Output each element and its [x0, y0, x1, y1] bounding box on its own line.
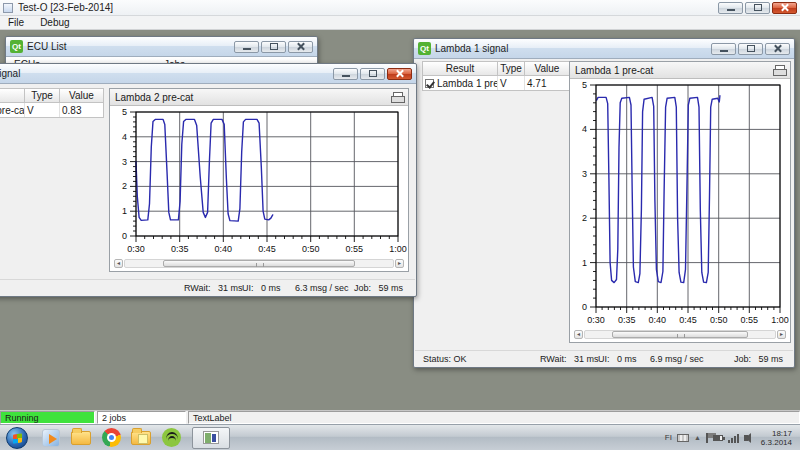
scroll-left-icon[interactable]: ◂ — [114, 259, 123, 268]
language-indicator[interactable]: FI — [665, 433, 672, 442]
lambda1-chart-scrollbar[interactable]: ◂ ▸ — [574, 329, 786, 340]
lambda1-minimize-button[interactable] — [711, 43, 736, 55]
lambda2-chart-panel: Lambda 2 pre-cat 0:300:350:400:450:500:5… — [109, 88, 409, 272]
svg-text:0:40: 0:40 — [649, 315, 667, 325]
status-job: Job: 59 ms — [734, 354, 783, 364]
column-result[interactable]: Result — [0, 89, 25, 102]
status-rwait: RWait: 31 ms — [540, 354, 599, 364]
svg-text:4: 4 — [122, 132, 127, 142]
folder-notes-icon[interactable] — [126, 426, 156, 450]
battery-icon[interactable] — [713, 435, 723, 441]
svg-text:0:55: 0:55 — [741, 315, 759, 325]
svg-text:0:35: 0:35 — [171, 244, 189, 254]
status-textlabel: TextLabel — [188, 411, 800, 424]
column-result[interactable]: Result — [423, 62, 498, 75]
svg-text:1:00: 1:00 — [771, 315, 789, 325]
scroll-right-icon[interactable]: ▸ — [777, 330, 786, 339]
ecu-list-titlebar[interactable]: Qt ECU List — [6, 37, 317, 57]
lambda1-chart-title: Lambda 1 pre-cat — [575, 65, 653, 76]
printer-icon[interactable] — [773, 65, 785, 75]
svg-text:2: 2 — [582, 213, 587, 223]
result-cell: Lambda 2 pre-cat — [0, 103, 25, 117]
svg-text:2: 2 — [122, 181, 127, 191]
network-signal-icon[interactable] — [728, 433, 739, 443]
main-restore-button[interactable] — [745, 2, 770, 14]
lambda2-chart-header: Lambda 2 pre-cat — [110, 89, 408, 106]
column-value[interactable]: Value — [525, 62, 569, 75]
show-hidden-icons-icon[interactable]: ▲ — [694, 434, 701, 441]
main-window-titlebar: Test-O [23-Feb-2014] — [0, 0, 800, 16]
table-row[interactable]: Lambda 1 pre-cat V 4.71 — [422, 76, 570, 91]
tray-time: 18:17 — [761, 429, 792, 438]
main-minimize-button[interactable] — [718, 2, 743, 14]
lambda1-maximize-button[interactable] — [738, 43, 763, 55]
svg-text:1: 1 — [582, 258, 587, 268]
column-value[interactable]: Value — [60, 89, 103, 102]
svg-text:3: 3 — [122, 157, 127, 167]
ecu-minimize-button[interactable] — [234, 41, 259, 53]
status-rate: 6.9 msg / sec — [650, 354, 704, 364]
lambda1-close-button[interactable] — [765, 43, 790, 55]
svg-text:0:35: 0:35 — [618, 315, 636, 325]
column-type[interactable]: Type — [25, 89, 60, 102]
status-ui: UI: 0 ms — [598, 354, 637, 364]
lambda2-signal-window: Qt Lambda 2 signal Result Type Value Lam… — [0, 63, 417, 297]
lambda2-maximize-button[interactable] — [360, 68, 385, 80]
status-rwait: RWait: 31 ms — [184, 283, 243, 293]
printer-icon[interactable] — [391, 92, 403, 102]
svg-text:0: 0 — [582, 302, 587, 312]
scroll-thumb[interactable] — [612, 331, 749, 338]
table-header: Result Type Value — [0, 88, 104, 103]
media-player-icon[interactable] — [36, 426, 66, 450]
svg-text:0:55: 0:55 — [346, 244, 364, 254]
lambda2-minimize-button[interactable] — [333, 68, 358, 80]
app-icon — [3, 3, 13, 13]
value-cell: 4.71 — [525, 76, 569, 90]
keyboard-icon[interactable] — [677, 434, 689, 442]
lambda1-titlebar[interactable]: Qt Lambda 1 signal — [414, 39, 794, 59]
menu-file[interactable]: File — [8, 17, 24, 28]
svg-text:0:45: 0:45 — [679, 315, 697, 325]
svg-text:0:30: 0:30 — [127, 244, 145, 254]
type-cell: V — [25, 103, 60, 117]
ecu-list-title: ECU List — [27, 41, 66, 52]
checkbox-checked[interactable] — [425, 79, 434, 88]
svg-text:0:40: 0:40 — [215, 244, 233, 254]
chrome-icon[interactable] — [96, 426, 126, 450]
column-type[interactable]: Type — [498, 62, 525, 75]
main-window-title: Test-O [23-Feb-2014] — [18, 2, 113, 13]
scroll-thumb[interactable] — [163, 260, 356, 267]
app-statusbar: Running 2 jobs TextLabel — [0, 410, 800, 424]
svg-text:4: 4 — [582, 124, 587, 134]
action-center-flag-icon[interactable] — [706, 433, 708, 443]
result-cell: Lambda 1 pre-cat — [423, 76, 498, 90]
main-close-button[interactable] — [772, 2, 797, 14]
taskbar-testo-app-button[interactable] — [192, 427, 230, 449]
svg-text:1: 1 — [122, 206, 127, 216]
status-job: Job: 59 ms — [354, 283, 403, 293]
status-jobs-count: 2 jobs — [97, 411, 186, 424]
lambda2-close-button[interactable] — [387, 68, 412, 80]
lambda2-chart: 0:300:350:400:450:500:551:00012345 — [110, 106, 408, 258]
lambda2-titlebar[interactable]: Qt Lambda 2 signal — [0, 64, 416, 84]
desktop: Test-O [23-Feb-2014] File Debug Qt ECU L… — [0, 0, 800, 450]
svg-text:3: 3 — [582, 169, 587, 179]
lambda2-chart-scrollbar[interactable]: ◂ ▸ — [114, 258, 404, 269]
svg-text:0:45: 0:45 — [258, 244, 276, 254]
volume-icon[interactable] — [744, 435, 748, 441]
table-row[interactable]: Lambda 2 pre-cat V 0.83 — [0, 103, 104, 118]
start-button-icon[interactable] — [6, 427, 28, 449]
status-running-badge: Running — [0, 411, 95, 424]
clock[interactable]: 18:17 6.3.2014 — [761, 429, 796, 447]
scroll-right-icon[interactable]: ▸ — [395, 259, 404, 268]
system-tray: FI ▲ 18:17 6.3.2014 — [665, 429, 796, 447]
status-ui: UI: 0 ms — [242, 283, 281, 293]
menu-debug[interactable]: Debug — [40, 17, 69, 28]
lambda1-results-table: Result Type Value Lambda 1 pre-cat V 4.7… — [422, 61, 570, 91]
ecu-close-button[interactable] — [288, 41, 313, 53]
scroll-left-icon[interactable]: ◂ — [574, 330, 583, 339]
spotify-icon[interactable] — [156, 426, 186, 450]
status-rate: 6.3 msg / sec — [295, 283, 349, 293]
explorer-folder-icon[interactable] — [66, 426, 96, 450]
ecu-maximize-button[interactable] — [261, 41, 286, 53]
